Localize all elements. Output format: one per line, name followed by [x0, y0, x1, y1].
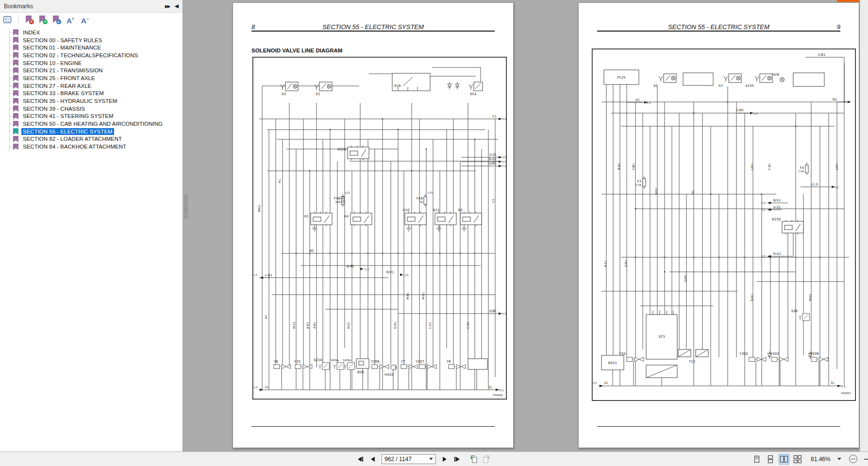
svg-text:A-R1: A-R1 — [313, 322, 316, 329]
tree-twig — [10, 48, 13, 48]
svg-text:31: 31 — [604, 381, 608, 385]
svg-text:Z/B1: Z/B1 — [489, 309, 497, 313]
svg-text:H-R1: H-R1 — [394, 322, 397, 329]
bookmark-item[interactable]: SECTION 21 - TRANSMISSION — [10, 67, 183, 74]
bookmark-item[interactable]: SECTION 35 - HYDRAULIC SYSTEM — [10, 97, 183, 105]
svg-text:C1: C1 — [492, 115, 497, 118]
svg-text:C/B1: C/B1 — [632, 163, 635, 170]
ref-g1: G14,1 — [635, 98, 651, 104]
bookmark-label: SECTION 10 - ENGINE — [21, 60, 83, 67]
bookmark-item[interactable]: SECTION 39 - CHASSIS — [10, 105, 183, 113]
bookmark-item[interactable]: SECTION 00 - SAFETY RULES — [10, 36, 183, 44]
bookmark-item[interactable]: SECTION 50 - CAB HEATING AND AIRCONDITIO… — [10, 120, 183, 128]
panel-resize-grip[interactable] — [184, 194, 188, 218]
bookmark-item[interactable]: SECTION 41 - STEERING SYSTEM — [10, 113, 183, 120]
vertical-scrollbar[interactable] — [860, 0, 868, 451]
last-page-button[interactable] — [453, 456, 461, 463]
mid-refs: B-R15,3 R/V13,5 — [347, 265, 409, 277]
page-number-value: 962 / 1147 — [384, 456, 412, 463]
first-page-button[interactable] — [357, 456, 364, 463]
bookmark-item[interactable]: SECTION 84 - BACKHOE ATTACHMENT — [10, 143, 183, 150]
bookmark-item[interactable]: SECTION 02 - TECHNICALSPECIFICATIONS — [10, 51, 183, 59]
view-mode-continuous-icon[interactable] — [765, 454, 776, 465]
bookmarks-panel-header: Bookmarks ▶▶ ◀ — [0, 0, 183, 13]
tree-twig — [10, 108, 13, 109]
tree-twig — [10, 85, 13, 86]
view-mode-facing-icon[interactable] — [779, 454, 789, 465]
bookmark-flag-icon — [13, 37, 18, 43]
previous-page-button[interactable] — [370, 456, 376, 463]
bookmark-item[interactable]: SECTION 82 - LOADER ATTACHMENT — [10, 135, 183, 143]
tree-twig — [10, 32, 13, 33]
component-k4: K4 — [344, 212, 372, 226]
decrease-text-size-icon[interactable]: A− — [81, 16, 89, 24]
bookmarks-list: INDEX SECTION 00 - SAFETY RULES SECTIO — [9, 29, 183, 150]
bookmark-item[interactable]: SECTION 55 - ELECTRIC SYSTEM — [10, 128, 183, 135]
svg-text:P125: P125 — [617, 76, 626, 80]
svg-text:M/G1: M/G1 — [258, 205, 261, 212]
bookmark-item[interactable]: SECTION 25 - FRONT AXLE — [10, 74, 183, 82]
component-s7: S7 — [718, 74, 741, 88]
view-mode-single-icon[interactable] — [751, 454, 762, 465]
bookmark-flag-icon — [13, 113, 18, 119]
component-s209a: S209a — [331, 359, 344, 369]
ref-cb1-top: C/B1 — [818, 53, 825, 57]
svg-text:10A: 10A — [335, 200, 340, 203]
bookmark-item[interactable]: SECTION 33 - BRAKE SYSTEM — [10, 90, 183, 98]
view-mode-continuous-facing-icon[interactable] — [792, 454, 803, 465]
bookmark-label: SECTION 50 - CAB HEATING AND AIRCONDITIO… — [21, 120, 164, 127]
component-kc: KC — [310, 249, 314, 253]
bookmark-label: SECTION 21 - TRANSMISSION — [21, 67, 104, 74]
svg-text:Y203: Y203 — [770, 352, 779, 356]
zoom-out-button[interactable] — [849, 455, 857, 463]
page-navigation: 962 / 1147 — [357, 452, 491, 466]
page-combo-caret-icon[interactable] — [429, 458, 433, 460]
svg-text:4,1: 4,1 — [647, 101, 651, 104]
add-bookmark-icon[interactable]: + — [39, 16, 46, 24]
svg-text:3,3: 3,3 — [761, 201, 766, 204]
bookmark-item[interactable]: SECTION 10 - ENGINE — [10, 59, 183, 67]
svg-text:K11: K11 — [433, 208, 440, 212]
page-8-header: 8 SECTION 55 - ELECTRIC SYSTEM — [251, 23, 495, 32]
svg-text:S5: S5 — [653, 84, 658, 88]
zoom-dropdown-caret-icon[interactable] — [837, 458, 841, 460]
svg-text:S54: S54 — [470, 92, 477, 96]
svg-text:M-B1: M-B1 — [406, 292, 409, 300]
locate-bookmark-icon[interactable]: ▸ — [53, 16, 60, 24]
collapse-panel-icon[interactable]: ◀ — [175, 3, 179, 9]
bookmark-flag-icon — [13, 144, 18, 150]
next-page-button[interactable] — [442, 456, 448, 463]
page-number-input[interactable]: 962 / 1147 — [382, 454, 436, 464]
bookmark-flag-icon — [13, 29, 18, 35]
previous-view-icon[interactable] — [469, 455, 478, 464]
component-k10: K10 — [403, 208, 426, 231]
document-canvas[interactable]: 8 SECTION 55 - ELECTRIC SYSTEM SOLENOID … — [183, 0, 868, 451]
bookmark-flag-icon — [13, 67, 18, 74]
zoom-slider[interactable] — [864, 459, 868, 460]
expand-collapse-list-icon[interactable] — [3, 16, 12, 24]
svg-text:31: 31 — [831, 381, 835, 385]
component-s135: S135 — [745, 74, 772, 88]
next-view-icon[interactable] — [482, 455, 491, 464]
svg-text:Y7: Y7 — [401, 360, 405, 364]
bookmark-item[interactable]: SECTION 27 - REAR AXLE — [10, 82, 183, 90]
pdf-page-8: 8 SECTION 55 - ELECTRIC SYSTEM SOLENOID … — [233, 2, 514, 448]
svg-text:G/N1: G/N1 — [684, 274, 687, 282]
svg-text:5,3: 5,3 — [502, 312, 506, 315]
figure-code: F46853 — [841, 392, 851, 395]
bookmark-item[interactable]: INDEX — [10, 29, 183, 36]
increase-text-size-icon[interactable]: A+ — [67, 16, 74, 24]
delete-bookmark-icon[interactable]: ✕ — [26, 16, 33, 24]
bookmarks-toolbar: ✕ + ▸ A+ A− — [0, 13, 183, 27]
bookmark-label: INDEX — [21, 29, 41, 36]
svg-text:G/R1: G/R1 — [489, 162, 497, 166]
ground-bus: 1,531 313,1 — [253, 385, 504, 392]
svg-text:3,5: 3,5 — [404, 274, 409, 277]
expand-all-icon[interactable]: ▶▶ — [165, 4, 170, 9]
component-s3a: S3 — [281, 82, 298, 96]
svg-text:R/V1: R/V1 — [386, 270, 394, 274]
svg-text:2,5: 2,5 — [761, 255, 766, 258]
bookmark-item[interactable]: SECTION 01 - MAINTENANCE — [10, 44, 183, 51]
ref-cb1-mid: C/B11,2 — [736, 108, 758, 115]
svg-text:5A: 5A — [419, 200, 423, 203]
